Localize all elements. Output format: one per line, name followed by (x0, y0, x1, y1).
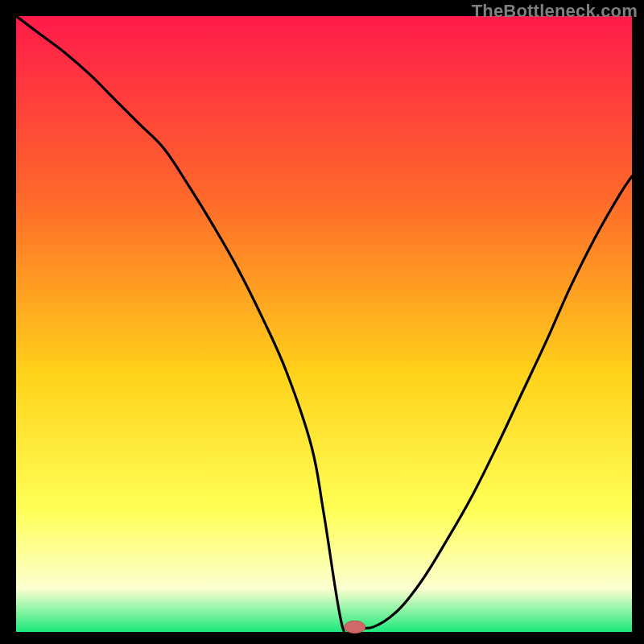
chart-frame: TheBottleneck.com (0, 0, 644, 644)
bottleneck-chart (0, 0, 644, 644)
plot-background (16, 16, 632, 632)
optimal-point-marker (345, 621, 365, 633)
watermark-text: TheBottleneck.com (472, 1, 638, 22)
